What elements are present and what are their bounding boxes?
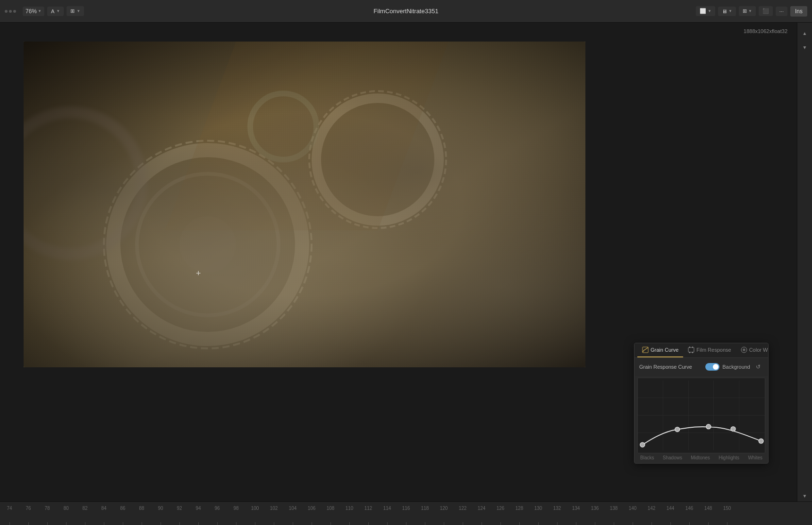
more-options-btn[interactable]: ··· <box>776 7 787 16</box>
ruler-tick <box>28 522 29 525</box>
ruler-mark: 106 <box>302 502 321 525</box>
svg-rect-19 <box>692 347 693 348</box>
layout-icon-1: ⬜ <box>700 8 706 14</box>
ruler-number: 116 <box>402 506 410 511</box>
ruler-mark: 144 <box>661 502 680 525</box>
resolution-info: 1888x1062xfloat32 <box>744 28 787 34</box>
grain-curve-panel: Grain Curve Film Response <box>634 343 769 464</box>
toolbar-dots[interactable] <box>5 10 16 13</box>
svg-point-32 <box>640 442 645 447</box>
ruler-mark: 150 <box>718 502 736 525</box>
inspector-btn[interactable]: Ins <box>790 6 807 17</box>
view-mode-b-chevron-icon: ▼ <box>76 9 80 13</box>
ruler-mark: 90 <box>151 502 170 525</box>
ruler-mark: 80 <box>57 502 76 525</box>
ruler-tick <box>349 522 350 525</box>
ruler-tick <box>727 522 727 525</box>
ruler-number: 146 <box>685 506 694 511</box>
ruler-mark: 112 <box>359 502 378 525</box>
view-mode-btn-a[interactable]: A ▼ <box>47 7 64 16</box>
background-toggle[interactable]: Background <box>705 363 750 371</box>
curve-labels: Blacks Shadows Midtones Highlights White… <box>637 453 765 460</box>
ruler-number: 94 <box>195 506 201 511</box>
ruler-number: 142 <box>648 506 656 511</box>
ruler-number: 76 <box>25 506 31 511</box>
tab-film-response[interactable]: Film Response <box>683 343 736 357</box>
side-panel-chevron-up[interactable]: ▲ <box>799 27 811 39</box>
svg-point-35 <box>731 427 736 432</box>
ruler-tick <box>236 522 237 525</box>
ruler-mark: 136 <box>585 502 604 525</box>
ruler-number: 78 <box>44 506 50 511</box>
ruler-mark: 92 <box>170 502 189 525</box>
ruler-number: 124 <box>478 506 486 511</box>
window-btn[interactable]: ⬛ <box>759 6 773 16</box>
svg-point-33 <box>675 427 680 432</box>
ruler-tick <box>142 522 142 525</box>
ruler-mark: 148 <box>699 502 718 525</box>
ruler-number: 90 <box>158 506 163 511</box>
gear-image-inner <box>24 42 585 367</box>
app-title: FilmConvertNitrate3351 <box>373 8 438 15</box>
ruler-number: 102 <box>270 506 278 511</box>
view-mode-b-icon: ⊞ <box>70 8 75 14</box>
ruler-tick <box>161 522 161 525</box>
ruler-tick <box>463 522 463 525</box>
monitor-btn[interactable]: 🖥 ▼ <box>718 7 736 16</box>
timeline-area: 7476788082848688909294969810010210410610… <box>0 501 812 525</box>
ruler-tick <box>330 522 331 525</box>
ruler-number: 84 <box>101 506 106 511</box>
more-options-icon: ··· <box>779 8 784 14</box>
color-wheels-icon <box>741 347 747 353</box>
ruler-tick <box>708 522 709 525</box>
grid-chevron-icon: ▼ <box>748 9 752 13</box>
ruler-mark: 108 <box>321 502 340 525</box>
ruler-number: 74 <box>7 506 12 511</box>
view-mode-a-label: A <box>51 8 54 14</box>
film-response-tab-label: Film Response <box>696 347 731 353</box>
ruler-mark: 96 <box>208 502 227 525</box>
panel-header: Grain Response Curve Background ↺ <box>634 358 768 376</box>
tab-grain-curve[interactable]: Grain Curve <box>637 343 683 357</box>
side-panel-chevron-down-2[interactable]: ▼ <box>799 490 811 501</box>
side-panel-chevron-down-1[interactable]: ▼ <box>799 42 811 53</box>
layout-btn-1[interactable]: ⬜ ▼ <box>696 6 715 16</box>
ruler-tick <box>482 522 482 525</box>
ruler-number: 120 <box>440 506 448 511</box>
ruler-tick <box>387 522 388 525</box>
ruler-mark: 134 <box>567 502 585 525</box>
ruler-tick <box>104 522 104 525</box>
panel-title: Grain Response Curve <box>639 364 705 370</box>
curve-canvas[interactable] <box>637 378 765 453</box>
ruler-number: 106 <box>308 506 316 511</box>
reset-btn[interactable]: ↺ <box>753 362 763 372</box>
grid-btn[interactable]: ⊞ ▼ <box>739 6 756 16</box>
ruler-mark: 128 <box>510 502 529 525</box>
toggle-track[interactable] <box>705 363 719 371</box>
ruler-tick <box>85 522 85 525</box>
ruler-tick <box>368 522 369 525</box>
ruler-number: 118 <box>421 506 429 511</box>
ruler-number: 92 <box>177 506 182 511</box>
ruler-tick <box>312 522 312 525</box>
tab-color-wheels[interactable]: Color Wheels <box>736 343 769 357</box>
ruler-mark: 78 <box>38 502 57 525</box>
ruler-mark: 126 <box>491 502 510 525</box>
zoom-control[interactable]: 76% ▼ <box>23 7 44 16</box>
viewer-area: 1888x1062xfloat32 <box>0 23 797 501</box>
ruler-tick <box>557 522 558 525</box>
ruler-number: 122 <box>459 506 467 511</box>
ruler-mark: 86 <box>113 502 132 525</box>
grain-curve-icon <box>642 347 649 353</box>
ruler-tick <box>538 522 539 525</box>
ruler-number: 144 <box>667 506 675 511</box>
svg-rect-18 <box>689 347 690 348</box>
ruler-tick <box>651 522 652 525</box>
label-whites: Whites <box>748 455 762 460</box>
ruler-mark: 84 <box>94 502 113 525</box>
top-toolbar: 76% ▼ A ▼ ⊞ ▼ FilmConvertNitrate3351 ⬜ ▼… <box>0 0 812 23</box>
curve-area: Blacks Shadows Midtones Highlights White… <box>634 376 768 463</box>
view-mode-btn-b[interactable]: ⊞ ▼ <box>67 6 84 16</box>
ruler-number: 130 <box>534 506 542 511</box>
ruler-mark: 88 <box>132 502 151 525</box>
